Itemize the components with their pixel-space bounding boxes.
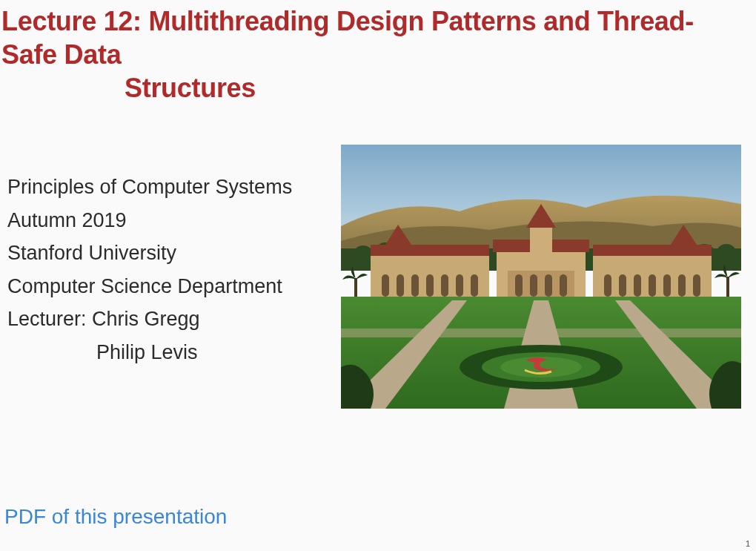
svg-rect-26: [604, 274, 611, 297]
svg-rect-12: [441, 274, 448, 297]
svg-rect-27: [619, 274, 626, 297]
svg-rect-21: [530, 274, 537, 297]
svg-rect-30: [663, 274, 671, 297]
page-number: 1: [746, 539, 750, 548]
title-line-2: Structures: [1, 71, 749, 105]
slide-title: Lecture 12: Multithreading Design Patter…: [1, 4, 749, 105]
svg-marker-7: [371, 245, 489, 256]
title-line-1: Lecture 12: Multithreading Design Patter…: [1, 6, 694, 70]
course-name: Principles of Computer Systems: [7, 171, 292, 204]
svg-rect-28: [634, 274, 641, 297]
lecturer-secondary: Philip Levis: [7, 336, 292, 369]
svg-rect-8: [382, 274, 389, 297]
course-info: Principles of Computer Systems Autumn 20…: [7, 171, 292, 369]
slide: Lecture 12: Multithreading Design Patter…: [0, 0, 756, 551]
svg-point-5: [716, 244, 737, 265]
university: Stanford University: [7, 237, 292, 270]
svg-rect-9: [397, 274, 404, 297]
term: Autumn 2019: [7, 204, 292, 237]
svg-rect-23: [560, 274, 567, 297]
svg-rect-29: [649, 274, 656, 297]
department: Computer Science Department: [7, 270, 292, 303]
pdf-link[interactable]: PDF of this presentation: [4, 505, 227, 529]
svg-point-2: [353, 245, 374, 266]
svg-marker-25: [593, 245, 712, 256]
svg-rect-31: [678, 274, 686, 297]
svg-marker-41: [341, 329, 741, 337]
svg-rect-17: [530, 226, 552, 256]
svg-rect-32: [693, 274, 700, 297]
lecturer-primary: Lecturer: Chris Gregg: [7, 303, 292, 336]
svg-rect-22: [545, 274, 552, 297]
svg-rect-14: [471, 274, 478, 297]
svg-rect-20: [515, 274, 523, 297]
svg-rect-11: [426, 274, 434, 297]
svg-rect-10: [411, 274, 419, 297]
campus-photo: [341, 145, 741, 409]
svg-rect-13: [456, 274, 463, 297]
